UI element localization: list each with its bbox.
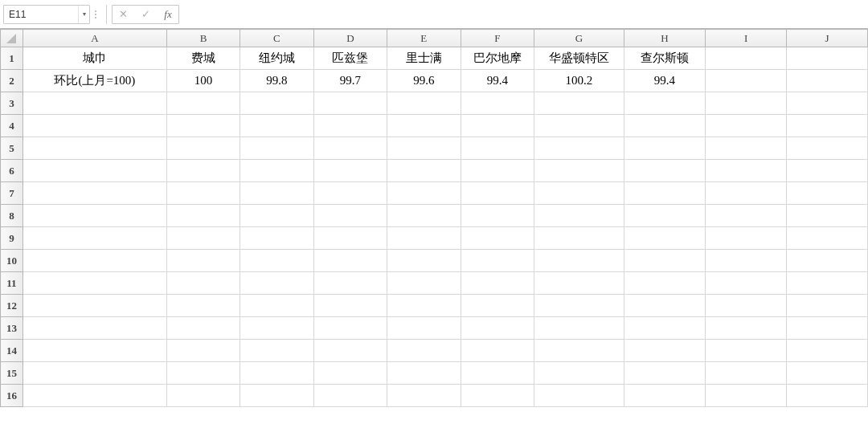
name-box[interactable]: E11 ▾ [3,5,90,24]
col-head-E[interactable]: E [387,30,461,47]
cell-I15[interactable] [706,362,787,385]
cell-H12[interactable] [624,295,706,317]
cell-C14[interactable] [240,340,313,362]
cell-D5[interactable] [313,137,387,160]
cell-I14[interactable] [706,340,787,362]
cell-I12[interactable] [706,295,787,317]
cell-A15[interactable] [23,362,166,385]
cell-E13[interactable] [387,317,461,340]
cell-D7[interactable] [313,182,387,205]
cell-F10[interactable] [461,250,534,272]
row-head-2[interactable]: 2 [1,70,23,92]
cell-A1[interactable]: 城巾 [23,47,166,70]
cell-E6[interactable] [387,160,461,182]
cell-J7[interactable] [787,182,868,205]
cell-H10[interactable] [624,250,706,272]
row-head-10[interactable]: 10 [1,250,23,272]
cell-I9[interactable] [706,227,787,250]
cell-E14[interactable] [387,340,461,362]
cell-E9[interactable] [387,227,461,250]
cell-B5[interactable] [166,137,240,160]
cell-F4[interactable] [461,115,534,137]
cell-J13[interactable] [787,317,868,340]
cell-E11[interactable] [387,272,461,295]
col-head-H[interactable]: H [624,30,706,47]
cell-A14[interactable] [23,340,166,362]
cell-G16[interactable] [534,385,624,407]
col-head-A[interactable]: A [23,30,166,47]
cell-E8[interactable] [387,205,461,227]
cell-J4[interactable] [787,115,868,137]
cell-I6[interactable] [706,160,787,182]
cell-A2[interactable]: 环比(上月=100) [23,70,166,92]
cell-C9[interactable] [240,227,313,250]
row-head-5[interactable]: 5 [1,137,23,160]
cell-I1[interactable] [706,47,787,70]
cell-A6[interactable] [23,160,166,182]
cell-D1[interactable]: 匹兹堡 [313,47,387,70]
cell-G2[interactable]: 100.2 [534,70,624,92]
cell-F15[interactable] [461,362,534,385]
cell-B14[interactable] [166,340,240,362]
cell-C11[interactable] [240,272,313,295]
cell-F11[interactable] [461,272,534,295]
cell-B7[interactable] [166,182,240,205]
cell-G4[interactable] [534,115,624,137]
cell-I11[interactable] [706,272,787,295]
cell-F12[interactable] [461,295,534,317]
cell-E16[interactable] [387,385,461,407]
cell-F7[interactable] [461,182,534,205]
cell-H7[interactable] [624,182,706,205]
cell-I4[interactable] [706,115,787,137]
cell-I10[interactable] [706,250,787,272]
cell-J11[interactable] [787,272,868,295]
row-head-16[interactable]: 16 [1,385,23,407]
cell-C4[interactable] [240,115,313,137]
cell-J3[interactable] [787,92,868,115]
cell-G1[interactable]: 华盛顿特区 [534,47,624,70]
col-head-D[interactable]: D [313,30,387,47]
cell-E3[interactable] [387,92,461,115]
cell-C5[interactable] [240,137,313,160]
cell-G7[interactable] [534,182,624,205]
cell-H1[interactable]: 查尔斯顿 [624,47,706,70]
cell-E2[interactable]: 99.6 [387,70,461,92]
cell-C3[interactable] [240,92,313,115]
cell-A5[interactable] [23,137,166,160]
spreadsheet-grid[interactable]: A B C D E F G H I J 1 城巾 费城 纽约城 匹兹堡 里士满 … [0,29,868,428]
cell-A10[interactable] [23,250,166,272]
cell-J15[interactable] [787,362,868,385]
cell-H2[interactable]: 99.4 [624,70,706,92]
cell-G6[interactable] [534,160,624,182]
cell-I7[interactable] [706,182,787,205]
row-head-3[interactable]: 3 [1,92,23,115]
cell-H14[interactable] [624,340,706,362]
cell-G12[interactable] [534,295,624,317]
formula-input[interactable] [186,5,862,24]
cell-A16[interactable] [23,385,166,407]
cell-A12[interactable] [23,295,166,317]
cell-A4[interactable] [23,115,166,137]
cell-J5[interactable] [787,137,868,160]
cell-J14[interactable] [787,340,868,362]
cell-G15[interactable] [534,362,624,385]
cell-H16[interactable] [624,385,706,407]
cell-D8[interactable] [313,205,387,227]
cell-D15[interactable] [313,362,387,385]
cell-E10[interactable] [387,250,461,272]
cell-J12[interactable] [787,295,868,317]
col-head-G[interactable]: G [534,30,624,47]
cell-B8[interactable] [166,205,240,227]
col-head-J[interactable]: J [787,30,868,47]
cell-H6[interactable] [624,160,706,182]
col-head-F[interactable]: F [461,30,534,47]
cell-A7[interactable] [23,182,166,205]
row-head-12[interactable]: 12 [1,295,23,317]
cancel-button[interactable]: ✕ [117,9,129,20]
cell-D2[interactable]: 99.7 [313,70,387,92]
cell-G13[interactable] [534,317,624,340]
cell-A13[interactable] [23,317,166,340]
name-box-dropdown-icon[interactable]: ▾ [78,6,89,23]
cell-C1[interactable]: 纽约城 [240,47,313,70]
cell-D11[interactable] [313,272,387,295]
